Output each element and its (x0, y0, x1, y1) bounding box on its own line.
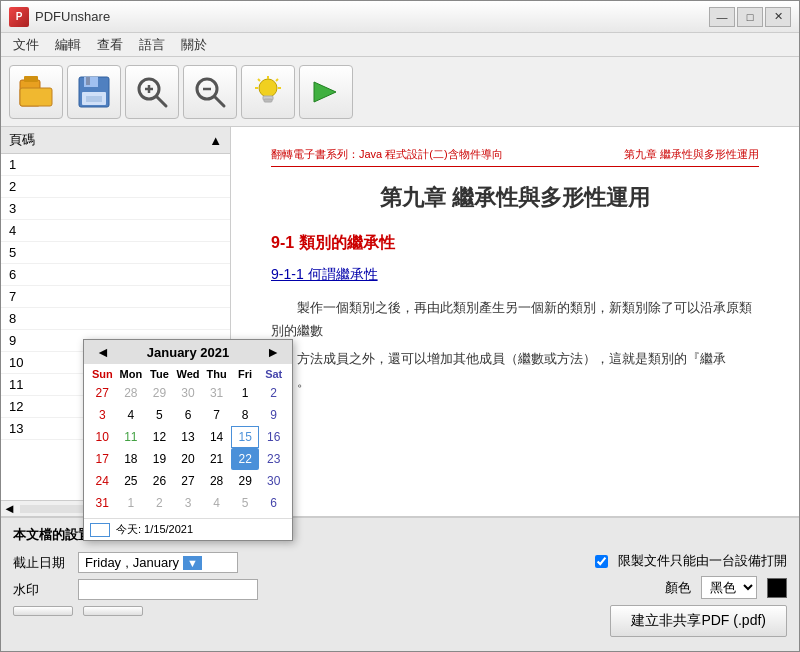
cal-week-2: 10 11 12 13 14 15 16 (88, 426, 288, 448)
date-input[interactable]: Friday , January ▼ (78, 552, 238, 573)
window-controls: — □ ✕ (709, 7, 791, 27)
toolbar (1, 57, 799, 127)
cal-cell[interactable]: 5 (145, 404, 174, 426)
header-left: 翻轉電子書系列：Java 程式設計(二)含物件導向 (271, 147, 503, 162)
maximize-button[interactable]: □ (737, 7, 763, 27)
cal-cell[interactable]: 31 (88, 492, 117, 514)
cal-cell[interactable]: 30 (174, 382, 203, 404)
cal-cell[interactable]: 5 (231, 492, 260, 514)
date-dropdown-button[interactable]: ▼ (183, 556, 202, 570)
cal-cell[interactable]: 27 (88, 382, 117, 404)
cal-week-1: 3 4 5 6 7 8 9 (88, 404, 288, 426)
cal-cell[interactable]: 14 (202, 426, 231, 448)
cal-prev-button[interactable]: ◄ (92, 344, 114, 360)
cal-week-4: 24 25 26 27 28 29 30 (88, 470, 288, 492)
cal-cell[interactable]: 29 (145, 382, 174, 404)
page-item[interactable]: 7 (1, 286, 230, 308)
build-row: 建立非共享PDF (.pdf) (410, 605, 787, 637)
page-item[interactable]: 6 (1, 264, 230, 286)
cal-cell[interactable]: 30 (259, 470, 288, 492)
day-fri: Fri (231, 368, 260, 380)
save-button[interactable] (67, 65, 121, 119)
menu-language[interactable]: 語言 (131, 34, 173, 56)
svg-rect-7 (86, 96, 102, 102)
cal-next-button[interactable]: ► (262, 344, 284, 360)
cal-cell[interactable]: 29 (231, 470, 260, 492)
cal-cell[interactable]: 9 (259, 404, 288, 426)
cal-cell[interactable]: 27 (174, 470, 203, 492)
cal-cell[interactable]: 31 (202, 382, 231, 404)
scroll-left-btn[interactable]: ◄ (1, 501, 18, 516)
sidebar-scroll-up[interactable]: ▲ (209, 133, 222, 148)
zoom-in-button[interactable] (125, 65, 179, 119)
menu-view[interactable]: 查看 (89, 34, 131, 56)
cal-cell[interactable]: 3 (174, 492, 203, 514)
cal-week-3: 17 18 19 20 21 22 23 (88, 448, 288, 470)
chapter-title: 第九章 繼承性與多形性運用 (271, 183, 759, 213)
color-swatch (767, 578, 787, 598)
cal-cell[interactable]: 1 (231, 382, 260, 404)
cal-cell[interactable]: 1 (117, 492, 146, 514)
svg-line-19 (258, 79, 260, 81)
action-button-2[interactable] (83, 606, 143, 616)
cal-cell[interactable]: 28 (117, 382, 146, 404)
action-button-1[interactable] (13, 606, 73, 616)
cal-cell[interactable]: 24 (88, 470, 117, 492)
idea-button[interactable] (241, 65, 295, 119)
page-item[interactable]: 4 (1, 220, 230, 242)
page-item[interactable]: 5 (1, 242, 230, 264)
cal-cell[interactable]: 11 (117, 426, 146, 448)
menu-file[interactable]: 文件 (5, 34, 47, 56)
cal-cell[interactable]: 12 (145, 426, 174, 448)
minimize-button[interactable]: — (709, 7, 735, 27)
page-item[interactable]: 3 (1, 198, 230, 220)
cal-cell[interactable]: 6 (174, 404, 203, 426)
cal-cell[interactable]: 10 (88, 426, 117, 448)
main-window: P PDFUnshare — □ ✕ 文件 編輯 查看 語言 關於 (0, 0, 800, 652)
cal-cell[interactable]: 21 (202, 448, 231, 470)
sidebar-header: 頁碼 ▲ (1, 127, 230, 154)
next-button[interactable] (299, 65, 353, 119)
close-button[interactable]: ✕ (765, 7, 791, 27)
cal-cell[interactable]: 25 (117, 470, 146, 492)
cal-cell[interactable]: 16 (259, 426, 288, 448)
day-thu: Thu (202, 368, 231, 380)
page-item[interactable]: 8 (1, 308, 230, 330)
subsection-1: 9-1-1 何謂繼承性 (271, 266, 759, 284)
deadline-label: 截止日期 (13, 554, 68, 572)
cal-week-0: 27 28 29 30 31 1 2 (88, 382, 288, 404)
cal-cell[interactable]: 19 (145, 448, 174, 470)
cal-cell[interactable]: 28 (202, 470, 231, 492)
menu-edit[interactable]: 編輯 (47, 34, 89, 56)
cal-cell-selected[interactable]: 22 (231, 448, 260, 470)
build-pdf-button[interactable]: 建立非共享PDF (.pdf) (610, 605, 787, 637)
window-title: PDFUnshare (35, 9, 709, 24)
calendar-popup: ◄ January 2021 ► Sun Mon Tue Wed Thu Fri… (83, 339, 293, 541)
cal-cell-today[interactable]: 15 (231, 426, 260, 448)
cal-cell[interactable]: 2 (145, 492, 174, 514)
cal-cell[interactable]: 18 (117, 448, 146, 470)
cal-cell[interactable]: 6 (259, 492, 288, 514)
svg-line-14 (215, 97, 224, 106)
cal-cell[interactable]: 3 (88, 404, 117, 426)
page-item[interactable]: 1 (1, 154, 230, 176)
cal-cell[interactable]: 8 (231, 404, 260, 426)
cal-cell[interactable]: 4 (202, 492, 231, 514)
cal-cell[interactable]: 7 (202, 404, 231, 426)
page-item[interactable]: 2 (1, 176, 230, 198)
restrict-checkbox[interactable] (595, 555, 608, 568)
open-button[interactable] (9, 65, 63, 119)
zoom-out-button[interactable] (183, 65, 237, 119)
menu-bar: 文件 編輯 查看 語言 關於 (1, 33, 799, 57)
cal-cell[interactable]: 17 (88, 448, 117, 470)
cal-cell[interactable]: 4 (117, 404, 146, 426)
watermark-input[interactable] (78, 579, 258, 600)
color-select[interactable]: 黑色 (701, 576, 757, 599)
cal-cell[interactable]: 2 (259, 382, 288, 404)
menu-about[interactable]: 關於 (173, 34, 215, 56)
content-area: 翻轉電子書系列：Java 程式設計(二)含物件導向 第九章 繼承性與多形性運用 … (231, 127, 799, 516)
cal-cell[interactable]: 13 (174, 426, 203, 448)
cal-cell[interactable]: 20 (174, 448, 203, 470)
cal-cell[interactable]: 26 (145, 470, 174, 492)
cal-cell[interactable]: 23 (259, 448, 288, 470)
